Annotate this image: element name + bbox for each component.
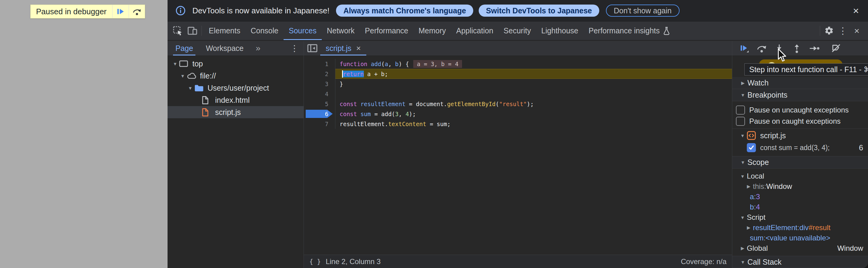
tab-console[interactable]: Console xyxy=(245,22,284,40)
tab-elements[interactable]: Elements xyxy=(204,22,245,40)
call-stack-section-label: Call Stack xyxy=(747,258,782,267)
tab-lighthouse[interactable]: Lighthouse xyxy=(536,22,583,40)
tab-performance-insights[interactable]: Performance insights xyxy=(584,22,675,40)
settings-button[interactable] xyxy=(822,22,836,40)
more-tabs-icon[interactable]: » xyxy=(254,43,262,53)
tab-application[interactable]: Application xyxy=(451,22,498,40)
tree-item-users-user-project[interactable]: ▼Users/user/project xyxy=(167,82,304,94)
section-breakpoints[interactable]: ▼ Breakpoints xyxy=(732,89,868,101)
chevron-down-icon[interactable]: ▼ xyxy=(738,215,747,220)
section-watch[interactable]: ▶ Watch xyxy=(732,77,868,89)
option-pause-on-uncaught-exceptions[interactable]: Pause on uncaught exceptions xyxy=(732,104,868,116)
toggle-device-toolbar-button[interactable] xyxy=(185,22,200,40)
scope-name: a xyxy=(750,192,754,201)
step-into-icon xyxy=(775,44,784,53)
code-line-text: const resultElement = document.getElemen… xyxy=(335,99,732,109)
toggle-navigator-panel-icon[interactable] xyxy=(307,43,318,53)
more-options-button[interactable]: ⋮ xyxy=(836,22,850,40)
scope-row-global[interactable]: ▶GlobalWindow xyxy=(732,243,868,254)
section-scope[interactable]: ▼ Scope xyxy=(732,156,868,169)
editor-tab-scriptjs[interactable]: script.js × xyxy=(320,41,366,56)
chevron-down-icon[interactable]: ▼ xyxy=(738,133,747,138)
step-into-button[interactable] xyxy=(770,41,788,56)
scope-row-b[interactable]: b: 4 xyxy=(732,202,868,212)
inspect-element-button[interactable] xyxy=(170,22,185,40)
scope-row-script[interactable]: ▼Script xyxy=(732,212,868,222)
navigator-more-icon[interactable]: ⋮ xyxy=(285,43,304,53)
scope-name: b xyxy=(750,203,754,211)
deactivate-breakpoints-button[interactable] xyxy=(827,41,845,56)
line-number-gutter[interactable]: 7 xyxy=(304,119,335,129)
chevron-down-icon[interactable]: ▼ xyxy=(738,92,747,98)
notification-close-icon[interactable]: × xyxy=(851,5,860,16)
scope-row-sum[interactable]: sum: <value unavailable> xyxy=(732,233,868,243)
section-call-stack[interactable]: ▼ Call Stack xyxy=(732,256,868,268)
code-token: ); xyxy=(409,111,416,117)
scope-separator: : xyxy=(764,182,766,191)
chevron-right-icon[interactable]: ▶ xyxy=(738,80,747,86)
tab-performance[interactable]: Performance xyxy=(360,22,413,40)
dont-show-again-button[interactable]: Don't show again xyxy=(606,4,680,17)
chevron-down-icon[interactable]: ▼ xyxy=(186,86,194,91)
chevron-down-icon[interactable]: ▼ xyxy=(171,61,179,66)
tab-network[interactable]: Network xyxy=(322,22,360,40)
tree-item-file-[interactable]: ▼file:// xyxy=(167,70,304,82)
line-number-gutter[interactable]: 2 xyxy=(304,69,335,79)
scope-value: Window xyxy=(766,182,792,191)
tree-item-index-html[interactable]: index.html xyxy=(167,94,304,106)
option-label: Pause on caught exceptions xyxy=(749,117,841,125)
watch-section-label: Watch xyxy=(747,79,769,87)
tab-security[interactable]: Security xyxy=(498,22,536,40)
scope-row-this[interactable]: ▶this: Window xyxy=(732,181,868,191)
step-over-button[interactable] xyxy=(753,41,770,56)
checkbox[interactable] xyxy=(736,117,745,126)
navigator-tab-workspace[interactable]: Workspace xyxy=(203,41,246,56)
tree-item-script-js[interactable]: script.js xyxy=(167,106,304,118)
navigator-tab-page[interactable]: Page xyxy=(173,41,195,56)
toolbar-spacer xyxy=(675,22,818,40)
code-token xyxy=(357,101,360,107)
option-label: Pause on uncaught exceptions xyxy=(749,106,848,114)
chevron-right-icon[interactable]: ▶ xyxy=(738,245,747,251)
code-token: const xyxy=(340,111,357,117)
chevron-down-icon[interactable]: ▼ xyxy=(738,160,747,165)
notification-action-always-match-chrome-s-language[interactable]: Always match Chrome's language xyxy=(336,4,473,17)
tab-sources[interactable]: Sources xyxy=(284,22,322,40)
notification-action-switch-devtools-to-japanese[interactable]: Switch DevTools to Japanese xyxy=(479,4,599,17)
checkbox[interactable] xyxy=(736,106,745,115)
scope-row-resultelement[interactable]: ▶resultElement: div#result xyxy=(732,222,868,233)
chevron-down-icon[interactable]: ▼ xyxy=(738,260,747,265)
step-button[interactable] xyxy=(806,41,823,56)
line-number-gutter[interactable]: 1 xyxy=(304,59,335,69)
chevron-right-icon[interactable]: ▶ xyxy=(744,184,753,189)
editor-pane: script.js × 1function add(a, b) {a = 3, … xyxy=(304,41,732,268)
devtools-close-button[interactable]: × xyxy=(850,22,864,40)
chevron-down-icon[interactable]: ▼ xyxy=(738,174,747,179)
line-number-gutter[interactable]: 6 xyxy=(304,109,335,119)
scope-row-a[interactable]: a: 3 xyxy=(732,191,868,202)
breakpoint-entry[interactable]: const sum = add(3, 4);6 xyxy=(732,142,868,154)
tab-memory[interactable]: Memory xyxy=(413,22,451,40)
code-line-text: const sum = add(3, 4); xyxy=(335,109,732,119)
editor-tab-label: script.js xyxy=(326,44,351,53)
breakpoint-checkbox[interactable] xyxy=(747,143,756,152)
chevron-down-icon[interactable]: ▼ xyxy=(179,73,187,79)
resume-script-button[interactable] xyxy=(112,5,128,18)
chevron-right-icon[interactable]: ▶ xyxy=(744,225,753,230)
code-token: textContent xyxy=(388,121,426,127)
breakpoint-marker[interactable] xyxy=(306,110,333,118)
breakpoint-group-script-js[interactable]: ▼script.js xyxy=(732,129,868,142)
tree-item-top[interactable]: ▼top xyxy=(167,58,304,70)
pretty-print-button[interactable]: { } xyxy=(309,258,321,265)
option-pause-on-caught-exceptions[interactable]: Pause on caught exceptions xyxy=(732,116,868,127)
code-editor[interactable]: 1function add(a, b) {a = 3, b = 42return… xyxy=(304,56,732,255)
line-number-gutter[interactable]: 4 xyxy=(304,89,335,99)
scope-row-local[interactable]: ▼Local xyxy=(732,171,868,181)
step-over-page-button[interactable] xyxy=(128,5,145,18)
step-out-button[interactable] xyxy=(788,41,806,56)
toolbar-right-controls: ⋮ × xyxy=(818,22,868,40)
line-number-gutter[interactable]: 5 xyxy=(304,99,335,109)
line-number-gutter[interactable]: 3 xyxy=(304,79,335,89)
tab-close-icon[interactable]: × xyxy=(356,44,361,53)
resume-button[interactable] xyxy=(735,41,753,56)
